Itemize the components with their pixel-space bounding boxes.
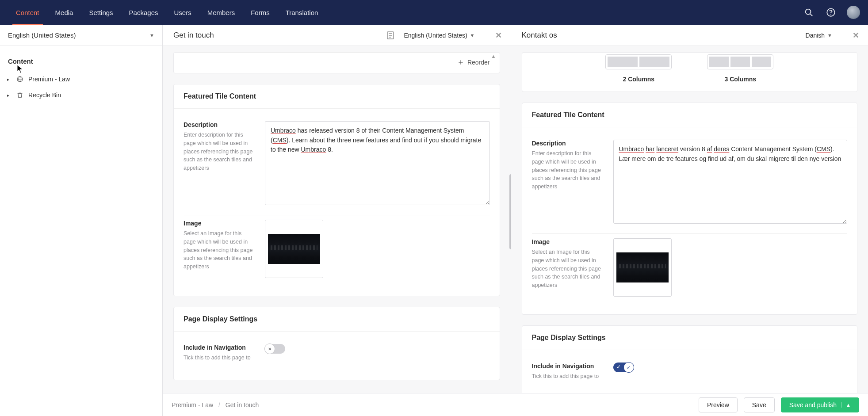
breadcrumb: Premium - Law / Get in touch	[172, 401, 259, 408]
chevron-right-icon[interactable]: ▸	[7, 93, 11, 98]
tree-item-recycle-bin[interactable]: ▸Recycle Bin	[4, 87, 158, 103]
image-thumbnail[interactable]	[613, 238, 672, 297]
mouse-cursor-icon	[17, 65, 24, 74]
avatar[interactable]	[847, 6, 860, 19]
nav-packages[interactable]: Packages	[121, 0, 166, 25]
field-help: Tick this to add this page to	[532, 372, 603, 381]
field-label-description: Description	[532, 140, 603, 147]
close-icon[interactable]: ✕	[853, 31, 859, 40]
footer-bar: Premium - Law / Get in touch Preview Sav…	[163, 393, 868, 416]
trash-icon	[16, 91, 24, 99]
field-label-image: Image	[532, 238, 603, 245]
field-help: Select an Image for this page which will…	[184, 229, 254, 271]
page-display-card: Page Display Settings Include in Navigat…	[522, 325, 858, 399]
chevron-down-icon: ▼	[470, 33, 475, 38]
document-title[interactable]: Kontakt os	[522, 31, 800, 40]
nav-settings[interactable]: Settings	[81, 0, 121, 25]
save-button[interactable]: Save	[744, 397, 775, 412]
close-icon[interactable]: ✕	[495, 31, 502, 40]
breadcrumb-separator: /	[218, 401, 220, 408]
chevron-up-icon[interactable]: ▲	[841, 402, 851, 408]
sidebar-language-label: English (United States)	[8, 31, 76, 39]
nav-content[interactable]: Content	[8, 0, 47, 25]
featured-tile-card: Featured Tile Content Description Enter …	[173, 84, 500, 296]
layout-option-3-columns[interactable]: 3 Columns	[707, 54, 773, 83]
svg-point-3	[830, 14, 831, 15]
field-help: Tick this to add this page to	[184, 354, 254, 362]
nav-translation[interactable]: Translation	[278, 0, 326, 25]
svg-line-1	[810, 14, 812, 16]
card-heading: Featured Tile Content	[522, 103, 857, 127]
field-label-include-nav: Include in Navigation	[184, 344, 254, 351]
include-nav-toggle[interactable]	[613, 363, 634, 372]
description-textarea[interactable]: Umbraco has released version 8 of their …	[265, 121, 490, 205]
tree-item-label: Premium - Law	[28, 76, 70, 83]
sidebar: English (United States) ▼ Content ▸Premi…	[0, 25, 163, 416]
field-label-include-nav: Include in Navigation	[532, 363, 603, 370]
nav-members[interactable]: Members	[199, 0, 243, 25]
include-nav-toggle[interactable]	[265, 344, 285, 354]
document-language-label: Danish	[806, 32, 825, 39]
card-heading: Page Display Settings	[174, 307, 500, 332]
search-icon[interactable]	[803, 6, 815, 19]
layout-option-label: 2 Columns	[623, 76, 654, 83]
tree-item-label: Recycle Bin	[28, 92, 61, 99]
svg-point-0	[806, 9, 811, 15]
breadcrumb-root[interactable]: Premium - Law	[172, 401, 213, 408]
document-language-selector[interactable]: English (United States) ▼	[404, 32, 474, 39]
layout-option-label: 3 Columns	[724, 76, 756, 83]
image-thumbnail[interactable]	[265, 220, 323, 278]
document-info-icon[interactable]	[387, 31, 394, 39]
help-icon[interactable]	[825, 6, 837, 19]
layout-option-2-columns[interactable]: 2 Columns	[605, 54, 672, 83]
chevron-right-icon[interactable]: ▸	[7, 77, 11, 82]
breadcrumb-current[interactable]: Get in touch	[226, 401, 259, 408]
preview-button[interactable]: Preview	[699, 397, 738, 412]
reorder-button[interactable]: ▲ Reorder	[173, 52, 500, 73]
publish-button-label: Save and publish	[789, 401, 837, 408]
field-help: Enter description for this page which wi…	[184, 131, 254, 172]
sidebar-language-selector[interactable]: English (United States) ▼	[0, 25, 162, 46]
document-title[interactable]: Get in touch	[173, 31, 382, 40]
editor-panel-variant: Kontakt os Danish ▼ ✕ 2 Columns3 Columns…	[511, 25, 868, 416]
chevron-down-icon: ▼	[149, 33, 154, 38]
save-and-publish-button[interactable]: Save and publish ▲	[781, 397, 859, 412]
card-heading: Page Display Settings	[522, 326, 857, 350]
card-heading: Featured Tile Content	[174, 84, 500, 109]
document-language-selector[interactable]: Danish ▼	[806, 32, 832, 39]
globe-icon	[16, 75, 24, 83]
field-help: Select an Image for this page which will…	[532, 248, 603, 290]
nav-media[interactable]: Media	[47, 0, 81, 25]
featured-tile-card: Featured Tile Content Description Enter …	[522, 103, 858, 315]
page-display-card: Page Display Settings Include in Navigat…	[173, 307, 500, 380]
collapse-up-icon[interactable]: ▲	[491, 53, 496, 59]
nav-forms[interactable]: Forms	[243, 0, 278, 25]
sidebar-section-heading: Content	[0, 46, 162, 71]
description-textarea[interactable]: Umbraco har lanceret version 8 af deres …	[613, 140, 848, 224]
field-label-description: Description	[184, 121, 254, 128]
field-help: Enter description for this page which wi…	[532, 149, 603, 191]
layout-options: 2 Columns3 Columns	[522, 52, 858, 92]
nav-users[interactable]: Users	[166, 0, 199, 25]
tree-item-premium-law[interactable]: ▸Premium - Law	[4, 71, 158, 87]
field-label-image: Image	[184, 220, 254, 227]
document-language-label: English (United States)	[404, 32, 467, 39]
reorder-label: Reorder	[467, 59, 490, 66]
editor-panel-primary: Get in touch English (United States) ▼ ✕…	[163, 25, 511, 416]
chevron-down-icon: ▼	[827, 33, 832, 38]
top-navigation: ContentMediaSettingsPackagesUsersMembers…	[0, 0, 868, 25]
